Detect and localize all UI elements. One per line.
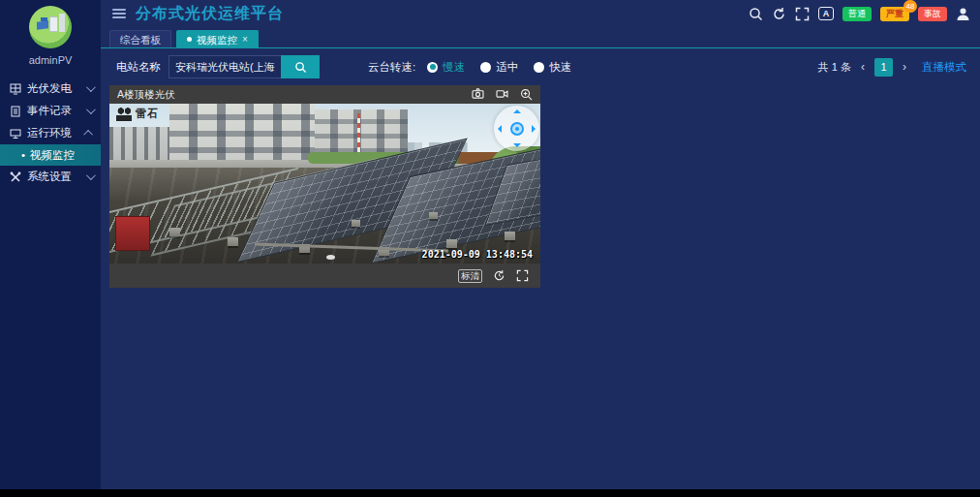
search-icon[interactable] <box>749 7 763 21</box>
vendor-watermark: 雷石 <box>116 107 159 121</box>
chevron-down-icon <box>86 105 96 114</box>
app-window: adminPV 光伏发电 事件记录 运行环境 <box>0 0 980 489</box>
ptz-right-arrow[interactable] <box>532 125 536 133</box>
vendor-logo-icon <box>116 108 132 121</box>
next-page-button[interactable]: › <box>903 60 906 74</box>
monitor-icon <box>10 128 21 140</box>
concrete-block <box>352 220 360 227</box>
quality-badge[interactable]: 标清 <box>458 269 482 283</box>
active-tab-dot-icon <box>187 37 192 42</box>
radio-fast[interactable]: 快速 <box>534 60 571 75</box>
filter-toolbar: 电站名称 云台转速: 慢速 适中 快速 共 1 条 ‹ 1 › 直播模式 <box>101 48 980 85</box>
red-equipment-box <box>115 216 150 251</box>
zoom-in-icon[interactable] <box>520 88 533 101</box>
crane <box>357 113 360 154</box>
video-card-footer: 标清 <box>109 264 540 288</box>
station-name-input[interactable] <box>168 55 281 78</box>
sidebar-item-system-settings[interactable]: 系统设置 <box>0 166 101 188</box>
concrete-block <box>228 237 238 246</box>
snapshot-camera-icon[interactable] <box>472 88 484 101</box>
prev-page-button[interactable]: ‹ <box>861 60 865 74</box>
video-camera-icon[interactable] <box>496 88 508 101</box>
camera-title: A楼顶楼光伏 <box>117 88 175 102</box>
alarm-badge-accident[interactable]: 事故 <box>918 7 947 21</box>
vendor-logo-text: 雷石 <box>136 107 159 121</box>
video-card: A楼顶楼光伏 <box>109 85 540 288</box>
video-timestamp: 2021-09-09 13:48:54 <box>422 249 533 260</box>
video-frame[interactable]: 雷石 2021-09-09 13:48:54 <box>109 104 540 264</box>
radio-slow[interactable]: 慢速 <box>427 60 465 75</box>
sidebar-item-label: 光伏发电 <box>27 81 72 96</box>
search-button[interactable] <box>281 55 320 78</box>
pagination-total: 共 1 条 <box>818 60 851 75</box>
pagination: 共 1 条 ‹ 1 › 直播模式 <box>818 58 980 77</box>
live-mode-link[interactable]: 直播模式 <box>922 60 966 75</box>
sidebar-item-label: 系统设置 <box>27 170 72 184</box>
sidebar-item-label: 事件记录 <box>27 104 72 118</box>
solar-panel-icon <box>10 83 21 95</box>
ptz-left-arrow[interactable] <box>498 125 502 133</box>
tab-label: 视频监控 <box>197 31 237 48</box>
alarm-badge-severe[interactable]: 严重48 <box>880 7 909 21</box>
refresh-icon[interactable] <box>772 7 786 21</box>
radio-label: 适中 <box>496 60 518 75</box>
alarm-badge-normal[interactable]: 普通 <box>842 7 872 21</box>
main-building <box>169 104 315 166</box>
sidebar-menu: 光伏发电 事件记录 运行环境 视频监控 <box>0 78 101 188</box>
bottom-strip <box>0 489 980 497</box>
ptz-down-arrow[interactable] <box>513 143 521 147</box>
top-header: 分布式光伏运维平台 普通 严重48 事故 <box>101 0 980 27</box>
station-name-label: 电站名称 <box>116 60 161 75</box>
header-toolbar: 普通 严重48 事故 <box>749 7 980 21</box>
ptz-speed-label: 云台转速: <box>368 60 415 75</box>
concrete-block <box>169 228 180 236</box>
ptz-center-button[interactable] <box>510 122 524 136</box>
radio-dot-icon <box>534 62 544 73</box>
alarm-count-badge: 48 <box>903 0 917 13</box>
video-card-header: A楼顶楼光伏 <box>109 85 540 104</box>
close-tab-icon[interactable] <box>242 31 248 48</box>
radio-medium[interactable]: 适中 <box>480 60 518 75</box>
language-icon[interactable] <box>818 7 834 20</box>
tab-bar: 综合看板 视频监控 <box>101 27 980 48</box>
ptz-control[interactable] <box>494 106 539 151</box>
sidebar-item-label: 运行环境 <box>27 126 72 140</box>
radio-dot-icon <box>480 62 491 73</box>
sidebar-item-event-records[interactable]: 事件记录 <box>0 100 101 122</box>
radio-label: 慢速 <box>443 60 465 75</box>
user-icon[interactable] <box>956 7 970 21</box>
chevron-down-icon <box>86 82 96 92</box>
app-logo <box>29 6 72 48</box>
replay-icon[interactable] <box>493 269 505 282</box>
sidebar-item-operating-env[interactable]: 运行环境 <box>0 122 101 144</box>
chevron-up-icon <box>83 130 93 140</box>
document-icon <box>10 106 21 117</box>
hamburger-menu-icon[interactable] <box>112 7 126 20</box>
page-title: 分布式光伏运维平台 <box>136 4 284 24</box>
concrete-block <box>446 239 457 248</box>
username: adminPV <box>0 54 101 66</box>
chevron-down-icon <box>86 171 96 180</box>
ptz-up-arrow[interactable] <box>513 109 521 113</box>
video-header-icons <box>472 88 533 101</box>
tools-icon <box>10 171 21 183</box>
concrete-block <box>429 212 438 219</box>
page-number[interactable]: 1 <box>874 58 893 77</box>
tab-video-monitoring[interactable]: 视频监控 <box>176 30 259 47</box>
sidebar-item-video-monitoring[interactable]: 视频监控 <box>0 144 101 166</box>
sidebar-subitem-label: 视频监控 <box>30 148 75 163</box>
sidebar-item-pv-generation[interactable]: 光伏发电 <box>0 78 101 100</box>
ptz-speed-radio-group: 慢速 适中 快速 <box>427 60 571 75</box>
concrete-block <box>505 232 515 240</box>
small-bucket <box>326 255 335 260</box>
station-search-box <box>168 55 320 78</box>
alarm-badge-label: 严重 <box>886 9 903 18</box>
expand-icon[interactable] <box>516 269 529 282</box>
radio-dot-icon <box>427 62 438 73</box>
fullscreen-icon[interactable] <box>795 7 810 21</box>
tab-dashboard[interactable]: 综合看板 <box>109 30 171 47</box>
sidebar: adminPV 光伏发电 事件记录 运行环境 <box>0 0 101 489</box>
radio-label: 快速 <box>549 60 571 75</box>
